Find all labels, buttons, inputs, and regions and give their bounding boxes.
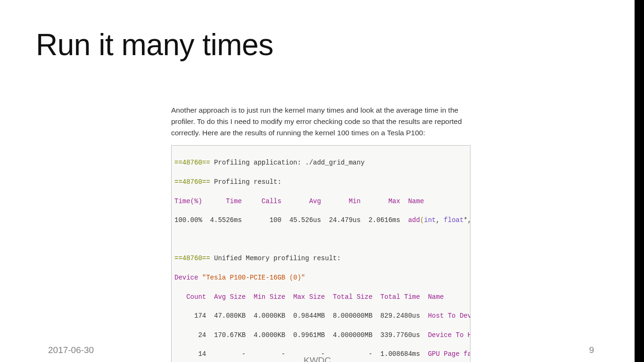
code-device-label: Device xyxy=(174,274,202,281)
code-row: 174 47.080KB 4.0000KB 0.9844MB 8.000000M… xyxy=(174,312,428,320)
code-text: Unified Memory profiling result: xyxy=(210,255,341,262)
code-sep: *, xyxy=(463,216,470,224)
code-content: ==48760== Profiling application: ./add_g… xyxy=(172,146,470,362)
slide-title: Run it many times xyxy=(36,27,273,62)
code-header-row: Count Avg Size Min Size Max Size Total S… xyxy=(172,292,470,302)
code-marker: ==48760== xyxy=(174,178,210,186)
code-row: 24 170.67KB 4.0000KB 0.9961MB 4.000000MB… xyxy=(174,331,428,339)
slide-body: Another approach is to just run the kern… xyxy=(171,105,471,362)
slide: Run it many times Another approach is to… xyxy=(0,0,635,362)
footer-date: 2017-06-30 xyxy=(48,345,94,355)
footer-center: KWDC xyxy=(0,355,635,362)
code-row: 100.00% 4.5526ms 100 45.526us 24.479us 2… xyxy=(174,216,408,224)
intro-paragraph: Another approach is to just run the kern… xyxy=(171,105,471,139)
code-type: float xyxy=(444,216,463,224)
code-type: int xyxy=(424,216,436,224)
code-row-name: Host To Devi xyxy=(428,312,470,320)
code-row-name: Device To Ho xyxy=(428,331,470,339)
code-text: Profiling result: xyxy=(210,178,281,186)
code-marker: ==48760== xyxy=(174,159,210,166)
code-sep: , xyxy=(436,216,444,224)
code-header-row: Time(%) Time Calls Avg Min Max Name xyxy=(172,197,470,206)
code-block: ==48760== Profiling application: ./add_g… xyxy=(171,145,471,362)
code-text: Profiling application: ./add_grid_many xyxy=(210,159,365,166)
code-fn: add xyxy=(408,216,420,224)
footer-page-number: 9 xyxy=(589,345,594,355)
code-marker: ==48760== xyxy=(174,255,210,262)
code-device-name: "Tesla P100-PCIE-16GB (0)" xyxy=(202,274,305,281)
right-edge-bar xyxy=(635,0,644,362)
